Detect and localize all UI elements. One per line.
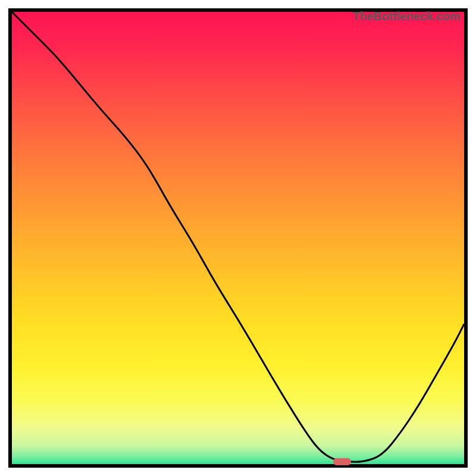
optimal-range-marker — [333, 458, 351, 465]
watermark-label: TheBottleneck.com — [353, 10, 461, 23]
chart-frame: TheBottleneck.com — [8, 8, 468, 468]
bottleneck-curve — [12, 12, 464, 464]
